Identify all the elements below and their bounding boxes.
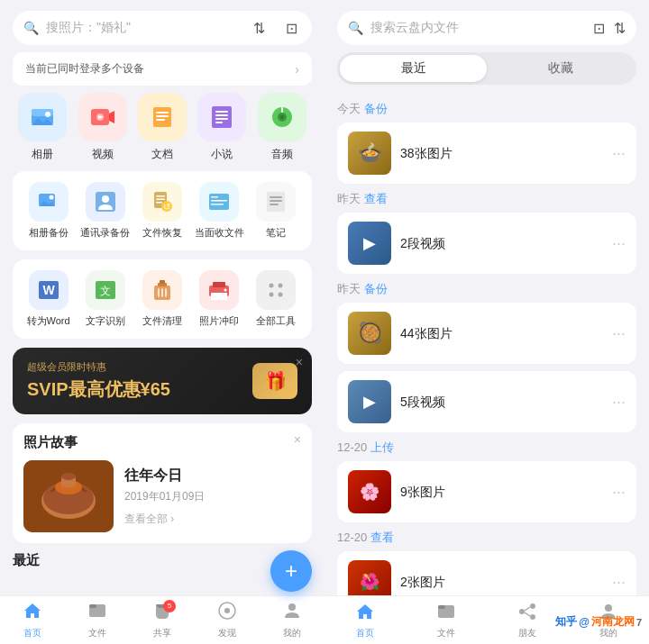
main-icons-grid: 相册 视频 文档 小说: [13, 93, 312, 162]
yest-videos-name: 5段视频: [400, 395, 445, 409]
search-icon: 🔍: [23, 21, 39, 35]
right-scan-icon[interactable]: ⊡: [593, 20, 605, 37]
svip-close-button[interactable]: ×: [296, 355, 303, 369]
main-icon-novel[interactable]: 小说: [197, 93, 246, 162]
svg-point-67: [224, 608, 230, 613]
tab-favorites[interactable]: 收藏: [487, 55, 634, 82]
nav-files[interactable]: 文件: [75, 601, 120, 639]
svip-banner[interactable]: 超级会员限时特惠 SVIP最高优惠¥65 🎁 ×: [13, 348, 312, 414]
sub-icon-all-tools[interactable]: 全部工具: [249, 270, 303, 328]
dec20-view-photos-thumb: 🌺: [348, 560, 391, 595]
file-item-yesterday-videos[interactable]: ▶ 2段视频 ···: [337, 213, 636, 274]
section-today-backup: 今天 备份: [337, 101, 636, 117]
device-notice[interactable]: 当前已同时登录多个设备 ›: [13, 52, 312, 86]
svg-rect-16: [215, 122, 223, 123]
file-item-dec20-view-photos[interactable]: 🌺 2张图片 ···: [337, 551, 636, 595]
contacts-icon: [86, 182, 125, 222]
nav-home[interactable]: 首页: [10, 601, 55, 639]
audio-icon-bg: [258, 93, 306, 141]
right-panel: 🔍 搜索云盘内文件 ⊡ ⇅ 最近 收藏 今天 备份 🍲 38张图片 ··· 昨天…: [324, 0, 649, 644]
section-dec20-view: 12-20 查看: [337, 530, 636, 546]
video-label: 视频: [92, 147, 114, 162]
svg-rect-52: [211, 293, 227, 300]
today-backup-action[interactable]: 备份: [364, 102, 388, 115]
svg-rect-39: [270, 204, 279, 205]
story-link[interactable]: 查看全部 ›: [124, 512, 205, 527]
share-badge-wrapper: 5: [152, 602, 172, 625]
yest-videos-thumb: ▶: [348, 380, 391, 423]
photo-story-close[interactable]: ×: [294, 432, 301, 447]
today-photos-thumb: 🍲: [348, 132, 391, 175]
dec20-view-action[interactable]: 查看: [370, 531, 394, 544]
tab-recent[interactable]: 最近: [340, 55, 487, 82]
right-nav-files[interactable]: 文件: [424, 602, 469, 639]
right-nav-share[interactable]: 朋友: [505, 602, 550, 639]
dec20-photos-more[interactable]: ···: [612, 483, 626, 502]
sub-icon-word-convert[interactable]: W 转为Word: [22, 270, 76, 328]
dec20-upload-action[interactable]: 上传: [370, 440, 394, 454]
svg-rect-14: [215, 114, 228, 116]
sub-icon-file-clean[interactable]: 文件清理: [135, 270, 189, 328]
right-bottom-nav: 首页 文件 知乎 @ 河南龙网 7 朋友 我的: [324, 595, 649, 644]
left-search-placeholder: 搜照片："婚礼": [46, 20, 242, 36]
notes-label: 笔记: [266, 226, 286, 240]
file-restore-label: 文件恢复: [142, 226, 182, 240]
svg-rect-33: [211, 196, 218, 198]
main-icon-album[interactable]: 相册: [18, 93, 67, 162]
file-item-yest-photos[interactable]: 🥘 44张图片 ···: [337, 303, 636, 364]
nav-discover[interactable]: 发现: [205, 601, 250, 639]
photo-story-title: 照片故事: [23, 434, 301, 451]
svg-rect-15: [215, 118, 228, 120]
sub-icon-file-restore[interactable]: ↺ 文件恢复: [135, 182, 189, 240]
yesterday-videos-more[interactable]: ···: [612, 234, 626, 253]
section-yesterday-view: 昨天 查看: [337, 191, 636, 207]
sub-icon-notes[interactable]: 笔记: [249, 182, 303, 240]
sub-icon-album-backup[interactable]: 相册备份: [22, 182, 76, 240]
story-link-text: 查看全部: [124, 512, 168, 525]
left-search-bar[interactable]: 🔍 搜照片："婚礼" ⇅ ⊡: [13, 11, 312, 45]
file-item-dec20-photos[interactable]: 🌸 9张图片 ···: [337, 461, 636, 522]
home-nav-label: 首页: [23, 627, 41, 639]
sort-icon[interactable]: ⇅: [249, 18, 269, 38]
section-dec20-upload: 12-20 上传: [337, 440, 636, 456]
yesterday-view-action[interactable]: 查看: [364, 192, 388, 205]
file-item-yest-videos[interactable]: ▶ 5段视频 ···: [337, 371, 636, 432]
main-icon-video[interactable]: 视频: [78, 93, 127, 162]
sub-icon-contacts[interactable]: 通讯录备份: [78, 182, 133, 240]
right-nav-home[interactable]: 首页: [343, 602, 388, 639]
novel-label: 小说: [211, 147, 233, 162]
svg-rect-9: [156, 112, 169, 113]
fab-button[interactable]: +: [270, 550, 312, 592]
svg-rect-11: [156, 119, 165, 121]
sub-icon-current-files[interactable]: 当面收文件: [192, 182, 246, 240]
today-photos-more[interactable]: ···: [612, 144, 626, 163]
yest-photos-thumb: 🥘: [348, 312, 391, 355]
sub-icon-photo-print[interactable]: 照片冲印: [192, 270, 246, 328]
nav-share[interactable]: 5 共享: [140, 602, 185, 639]
right-search-placeholder: 搜索云盘内文件: [370, 20, 586, 36]
album-label: 相册: [32, 147, 53, 162]
docs-label: 文档: [151, 147, 173, 162]
main-icon-audio[interactable]: 音频: [258, 93, 306, 162]
main-icon-docs[interactable]: 文档: [138, 93, 187, 162]
yest-videos-more[interactable]: ···: [612, 393, 626, 412]
left-panel: 🔍 搜照片："婚礼" ⇅ ⊡ 当前已同时登录多个设备 › 相册: [0, 0, 324, 644]
svip-gift-icon: 🎁: [252, 363, 297, 399]
scan-icon[interactable]: ⊡: [281, 18, 301, 38]
nav-mine[interactable]: 我的: [270, 601, 315, 639]
section-dec20-upload-text: 12-20 上传: [337, 440, 394, 456]
right-search-bar[interactable]: 🔍 搜索云盘内文件 ⊡ ⇅: [337, 11, 636, 45]
right-home-nav-label: 首页: [356, 627, 374, 639]
right-sort-icon[interactable]: ⇅: [614, 20, 626, 37]
yesterday-backup-action[interactable]: 备份: [364, 282, 388, 295]
photo-story-thumbnail[interactable]: [23, 460, 114, 532]
svg-point-19: [280, 115, 284, 119]
files-nav-label: 文件: [88, 627, 106, 639]
word-convert-icon: W: [29, 270, 69, 310]
yest-photos-more[interactable]: ···: [612, 324, 626, 343]
sub-icon-ocr[interactable]: 文 文字识别: [78, 270, 133, 328]
dec20-view-more[interactable]: ···: [612, 573, 626, 592]
file-item-today-photos[interactable]: 🍲 38张图片 ···: [337, 122, 636, 184]
svg-point-2: [45, 112, 50, 117]
all-tools-icon: [256, 270, 296, 310]
